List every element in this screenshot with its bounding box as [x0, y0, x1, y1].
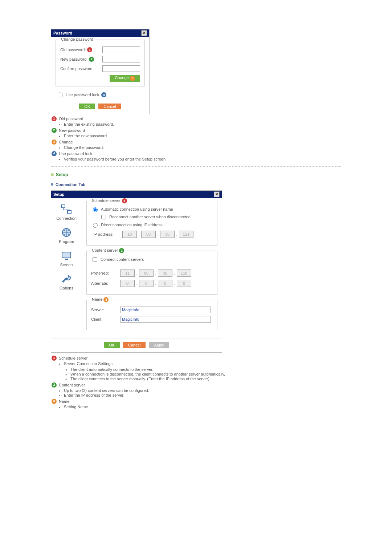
ip-octet[interactable] [158, 280, 172, 287]
alternate-label: Alternate: [91, 281, 120, 285]
client-name-input[interactable] [120, 316, 211, 323]
ip-octet[interactable] [139, 280, 154, 287]
marker-2-icon: 2 [52, 128, 57, 133]
tab-label: Screen [60, 263, 73, 267]
ip-octet[interactable] [120, 280, 135, 287]
marker-1-icon: 1 [52, 356, 57, 361]
tab-screen[interactable]: Screen [51, 247, 82, 271]
checkbox-label: Reconnect another server when disconnect… [109, 215, 191, 219]
dialog-titlebar[interactable]: Setup ✕ [51, 191, 222, 198]
desc-title: New password [59, 128, 85, 133]
radio-label: Automatic connection using server name [101, 207, 173, 211]
schedule-server-group: Schedule server 1 Automatic connection u… [86, 201, 217, 246]
desc-bullet: Enter the IP address of the server. [64, 393, 341, 397]
name-group: Name 3 Server: Client: [86, 300, 217, 330]
tab-options[interactable]: Options [51, 271, 82, 294]
ok-button[interactable]: OK [104, 342, 120, 348]
marker-4-icon: 4 [52, 151, 57, 156]
desc-title: Change [59, 140, 73, 144]
preferred-ip-input[interactable]: . . . [120, 270, 191, 277]
ip-octet[interactable] [141, 231, 156, 238]
desc-sub-bullet: The client automatically connects to the… [70, 367, 341, 372]
tab-label: Connection [56, 216, 77, 220]
alternate-ip-input[interactable]: . . . [120, 280, 191, 287]
ip-octet[interactable] [177, 270, 191, 277]
desc-bullet: Enter the existing password. [64, 122, 341, 126]
marker-2-icon: 2 [52, 382, 57, 388]
desc-sub-bullet: When a connection is disconnected, the c… [70, 372, 341, 376]
ip-octet[interactable] [160, 231, 175, 238]
desc-sub-bullet: The client connects to the server manual… [70, 377, 341, 381]
svg-rect-3 [62, 252, 71, 258]
desc-bullet: Setting Name [64, 405, 341, 409]
server-name-input[interactable] [120, 307, 211, 313]
marker-3-icon: 3 [52, 399, 57, 404]
divider [51, 166, 341, 167]
close-icon[interactable]: ✕ [214, 191, 220, 197]
auto-connect-radio[interactable] [93, 207, 98, 212]
marker-3-icon: 3 [52, 139, 57, 145]
desc-title: Schedule server [59, 356, 88, 360]
group-legend: Schedule server 1 [90, 198, 128, 204]
change-button[interactable]: Change 3 [110, 75, 140, 82]
schedule-ip-input[interactable]: . . . [122, 231, 193, 238]
cancel-button[interactable]: Cancel [98, 104, 121, 109]
dialog-title: Setup [53, 192, 65, 197]
monitor-icon [59, 250, 74, 262]
marker-2-icon: 2 [119, 248, 124, 253]
marker-1-icon: 1 [52, 116, 57, 121]
desc-bullet: Change the password. [64, 145, 341, 150]
wrench-icon [59, 273, 74, 285]
connection-tab-heading: Connection Tab [51, 182, 341, 187]
ip-octet[interactable] [179, 231, 193, 238]
client-name-label: Client: [91, 317, 120, 321]
tab-connection[interactable]: Connection [51, 201, 82, 224]
marker-1-icon: 1 [122, 198, 127, 203]
content-server-group: Content server 2 Connect content servers… [86, 251, 217, 295]
use-password-lock-label: Use password lock [66, 93, 99, 97]
desc-title: Name [59, 399, 69, 404]
ip-octet[interactable] [120, 270, 135, 277]
tab-program[interactable]: Program [51, 224, 82, 247]
globe-icon [59, 226, 74, 239]
server-name-label: Server: [91, 308, 120, 312]
desc-title: Old password [59, 117, 83, 121]
old-password-label: Old password: 1 [60, 47, 102, 52]
ip-octet[interactable] [158, 270, 172, 277]
connect-content-checkbox[interactable] [93, 257, 97, 262]
confirm-password-label: Confirm password: [60, 66, 102, 71]
dialog-title: Password [53, 31, 72, 35]
marker-3-icon: 3 [130, 76, 135, 81]
desc-bullet: Verifies your password before you enter … [64, 157, 341, 161]
preferred-label: Preferred: [91, 271, 120, 275]
setup-heading: Setup [51, 172, 341, 177]
dialog-titlebar[interactable]: Password ✕ [51, 29, 149, 37]
confirm-password-input[interactable] [102, 65, 140, 72]
ok-button[interactable]: OK [79, 104, 95, 109]
use-password-lock-checkbox[interactable] [58, 93, 62, 97]
network-icon [59, 203, 74, 215]
setup-description: 1Schedule server Server Connection Setti… [52, 356, 341, 409]
desc-title: Use password lock [59, 151, 92, 156]
svg-rect-4 [65, 259, 68, 260]
new-password-input[interactable] [102, 56, 140, 62]
ip-octet[interactable] [122, 231, 137, 238]
desc-bullet: Server Connection Settings [64, 361, 341, 366]
password-description: 1Old password Enter the existing passwor… [52, 116, 341, 161]
reconnect-checkbox[interactable] [101, 215, 106, 219]
old-password-input[interactable] [102, 46, 140, 53]
ip-octet[interactable] [177, 280, 191, 287]
direct-connect-radio[interactable] [93, 223, 98, 228]
password-dialog: Password ✕ Change password Old password:… [51, 29, 150, 114]
group-legend: Name 3 [90, 297, 110, 303]
ip-octet[interactable] [139, 270, 154, 277]
svg-rect-1 [68, 210, 71, 213]
marker-3-icon: 3 [103, 297, 109, 302]
tab-label: Options [60, 286, 73, 290]
cancel-button[interactable]: Cancel [123, 342, 146, 348]
marker-1-icon: 1 [87, 47, 92, 52]
desc-title: Content server [59, 383, 85, 387]
change-password-group: Change password Old password: 1 New pass… [56, 40, 145, 86]
desc-bullet: Enter the new password. [64, 134, 341, 138]
close-icon[interactable]: ✕ [141, 30, 147, 36]
